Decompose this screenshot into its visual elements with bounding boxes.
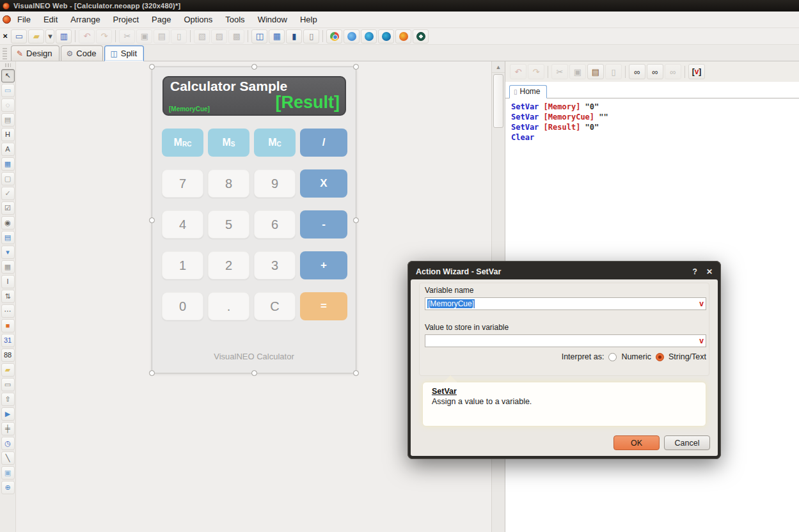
menu-window[interactable]: Window — [251, 12, 294, 27]
calc-button-clear[interactable]: C — [254, 292, 296, 320]
tab-design[interactable]: ✎Design — [11, 45, 59, 61]
preview-windows-button[interactable]: ◫ — [251, 29, 267, 43]
tool-selection-area[interactable]: ◌ — [1, 98, 15, 112]
tool-web-browser[interactable]: ⊕ — [1, 481, 15, 494]
menu-edit[interactable]: Edit — [37, 12, 64, 27]
calc-button-ms[interactable]: MS — [208, 129, 249, 157]
tool-rounded-button[interactable]: ▢ — [1, 172, 15, 185]
tool-checkbox[interactable]: ☑ — [1, 201, 15, 215]
publish-button[interactable]: ▮ — [286, 29, 302, 43]
tool-select-pointer[interactable]: ↖ — [1, 69, 15, 82]
calculator-display[interactable]: Calculator Sample [Result] [MemoryCue] — [162, 76, 346, 116]
variable-name-input[interactable]: [MemoryCue] v — [425, 297, 706, 310]
calc-button-7[interactable]: 7 — [162, 169, 203, 198]
calc-button-1[interactable]: 1 — [162, 251, 203, 279]
calc-button-mrc[interactable]: MRC — [162, 129, 203, 157]
tool-small-check[interactable]: ✓ — [1, 187, 15, 200]
value-input[interactable]: v — [425, 334, 706, 347]
redo-button[interactable]: ↷ — [96, 29, 112, 43]
menu-options[interactable]: Options — [177, 12, 219, 27]
radio-numeric-label[interactable]: Numeric — [621, 352, 651, 361]
open-recent-dropdown-button[interactable]: ▾ — [45, 29, 54, 43]
tool-upload[interactable]: ⇧ — [1, 393, 15, 406]
tool-timer[interactable]: ◷ — [1, 437, 15, 450]
variable-dropdown-icon[interactable]: v — [699, 299, 704, 308]
ungroup-button[interactable]: ▨ — [211, 29, 227, 43]
cut-button[interactable]: ✂ — [119, 29, 135, 43]
preview-opera-button[interactable] — [413, 29, 429, 43]
tool-listbox[interactable]: ▤ — [1, 231, 15, 244]
menu-help[interactable]: Help — [294, 12, 324, 27]
preview-chrome-button[interactable] — [326, 29, 342, 43]
tool-text-area[interactable]: ▭ — [1, 378, 15, 391]
menu-arrange[interactable]: Arrange — [64, 12, 106, 27]
cancel-button[interactable]: Cancel — [664, 435, 710, 450]
menu-project[interactable]: Project — [107, 12, 145, 27]
close-toolbar-icon[interactable]: ✕ — [1, 33, 10, 40]
radio-string-label[interactable]: String/Text — [668, 352, 706, 361]
tool-rectangle[interactable]: ▭ — [1, 84, 15, 97]
tool-text-paragraph[interactable]: A — [1, 143, 15, 156]
insert-variable-button[interactable]: v — [688, 64, 705, 79]
tool-folder[interactable]: ▰ — [1, 363, 15, 377]
calc-button-decimal[interactable]: . — [208, 292, 249, 320]
tab-home[interactable]: ▯ Home — [509, 85, 547, 98]
new-page-button[interactable]: ▯ — [303, 29, 319, 43]
tool-calendar[interactable]: 31 — [1, 334, 15, 347]
tab-split[interactable]: ◫Split — [104, 45, 144, 61]
resize-handle[interactable] — [353, 370, 359, 376]
calc-button-2[interactable]: 2 — [208, 251, 249, 279]
dialog-help-icon[interactable]: ? — [693, 267, 697, 276]
paste-button[interactable]: ▤ — [154, 29, 170, 43]
tool-spinner[interactable]: ⇅ — [1, 290, 15, 303]
resize-handle[interactable] — [149, 370, 155, 376]
dialog-close-icon[interactable]: ✕ — [706, 267, 713, 276]
resize-handle[interactable] — [149, 64, 155, 70]
code-copy-button[interactable]: ▣ — [569, 64, 586, 79]
arrange-button[interactable]: ▩ — [228, 29, 244, 43]
calc-button-minus[interactable]: - — [300, 210, 347, 239]
tool-line[interactable]: ╲ — [1, 451, 15, 465]
tool-counter[interactable]: 88 — [1, 348, 15, 362]
calc-button-mc[interactable]: MC — [254, 129, 296, 157]
code-cut-button[interactable]: ✂ — [551, 64, 568, 79]
preview-firefox-button[interactable] — [395, 29, 411, 43]
calc-button-plus[interactable]: + — [300, 251, 347, 279]
delete-button[interactable]: ▯ — [171, 29, 187, 43]
scroll-up-icon[interactable]: ▲ — [492, 61, 505, 73]
preview-edge-button[interactable] — [361, 29, 377, 43]
tool-combobox[interactable]: ▾ — [1, 246, 15, 259]
resize-handle[interactable] — [149, 217, 155, 223]
calc-button-divide[interactable]: / — [300, 129, 347, 157]
resize-handle[interactable] — [353, 217, 359, 223]
tool-text-entry[interactable]: I — [1, 275, 15, 288]
find-button[interactable]: ∞ — [629, 64, 645, 79]
preview-edge-dev-button[interactable] — [378, 29, 394, 43]
tool-heading[interactable]: H — [1, 128, 15, 141]
variable-dropdown-icon[interactable]: v — [699, 336, 704, 345]
calc-button-0[interactable]: 0 — [162, 292, 203, 320]
tool-media-player[interactable]: ▶ — [1, 407, 15, 421]
calc-button-3[interactable]: 3 — [254, 251, 296, 279]
tool-color-picker[interactable]: ■ — [1, 319, 15, 332]
radio-numeric-icon[interactable] — [608, 353, 617, 361]
tool-image[interactable]: ▦ — [1, 157, 15, 171]
new-project-button[interactable]: ▭ — [11, 29, 27, 43]
copy-button[interactable]: ▣ — [136, 29, 152, 43]
radio-string-icon[interactable] — [656, 353, 664, 361]
tool-frame[interactable]: ▣ — [1, 466, 15, 480]
calc-button-4[interactable]: 4 — [162, 210, 203, 239]
dialog-title-bar[interactable]: Action Wizard - SetVar ? ✕ — [411, 264, 718, 279]
tool-push-button[interactable]: ▤ — [1, 113, 15, 127]
menu-tools[interactable]: Tools — [219, 12, 251, 27]
ok-button[interactable]: OK — [613, 435, 660, 450]
run-preview-button[interactable]: ▦ — [269, 29, 285, 43]
calc-button-5[interactable]: 5 — [208, 210, 249, 239]
calc-button-6[interactable]: 6 — [254, 210, 296, 239]
tool-slider[interactable]: ╪ — [1, 422, 15, 435]
tab-code[interactable]: ⚙Code — [61, 45, 104, 61]
scrollbar-thumb[interactable] — [493, 74, 503, 128]
undo-button[interactable]: ↶ — [79, 29, 95, 43]
resize-handle[interactable] — [251, 370, 257, 376]
open-project-button[interactable]: ▰ — [28, 29, 44, 43]
